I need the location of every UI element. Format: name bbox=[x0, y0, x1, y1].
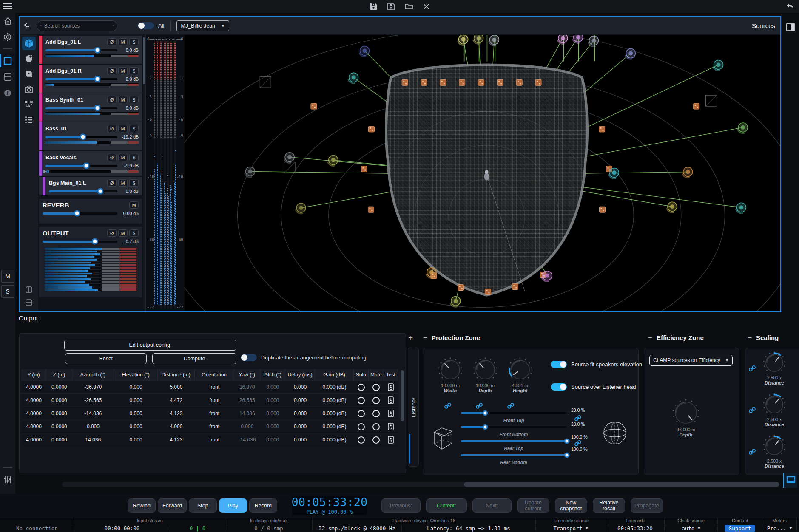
speaker-marker[interactable] bbox=[535, 79, 541, 85]
test-speaker-icon[interactable] bbox=[388, 383, 394, 391]
status-value[interactable]: Transport▼ bbox=[536, 525, 606, 532]
solo-button[interactable]: S bbox=[129, 67, 139, 74]
scaling-link[interactable] bbox=[749, 448, 756, 455]
audio-source[interactable] bbox=[625, 49, 635, 59]
scaling-link[interactable] bbox=[749, 365, 756, 372]
next--button[interactable]: Next: bbox=[472, 498, 512, 513]
link-icon[interactable] bbox=[574, 415, 581, 422]
mute-circle[interactable] bbox=[372, 397, 380, 404]
table-row[interactable]: 4.00000.0000-14.0360.0004.123front14.036… bbox=[21, 407, 398, 420]
channel-strip[interactable]: Add Bgs_01 LØMS0.0 dB bbox=[39, 36, 142, 65]
speaker-marker[interactable] bbox=[694, 103, 699, 109]
audio-source[interactable] bbox=[296, 203, 306, 214]
audio-source[interactable] bbox=[737, 123, 748, 133]
speaker-marker[interactable] bbox=[512, 284, 518, 290]
value-link[interactable] bbox=[571, 414, 581, 422]
list-view-icon[interactable] bbox=[22, 113, 36, 127]
update-current-button[interactable]: Update current bbox=[517, 498, 549, 513]
gain-slider-thumb[interactable] bbox=[74, 210, 80, 217]
play-button[interactable]: Play bbox=[219, 498, 247, 513]
phase-button[interactable]: Ø bbox=[107, 67, 117, 74]
phase-button[interactable]: Ø bbox=[107, 38, 117, 45]
channel-list-scrollbar[interactable] bbox=[143, 37, 145, 84]
output-strip[interactable]: OUTPUTØMS-0.7 dB bbox=[39, 227, 142, 298]
channel-strip[interactable]: Add Bgs_01 RØMS0.0 dB bbox=[39, 65, 142, 93]
gain-slider-thumb[interactable] bbox=[83, 163, 90, 169]
status-value[interactable]: Pre...▼ bbox=[762, 525, 797, 532]
link-icon[interactable] bbox=[574, 440, 581, 447]
listener-tab[interactable]: Listener bbox=[408, 348, 419, 467]
add-zone-button[interactable]: + bbox=[409, 334, 413, 341]
table-row[interactable]: 4.00000.00000.0000.0004.000front0.0000.0… bbox=[21, 420, 398, 433]
audio-source[interactable] bbox=[473, 35, 483, 44]
monitor-view-icon[interactable] bbox=[783, 473, 797, 488]
audio-source[interactable] bbox=[682, 167, 693, 178]
collapse-efficiency-icon[interactable]: − bbox=[648, 334, 652, 341]
slider-thumb[interactable] bbox=[482, 424, 488, 430]
audio-source[interactable] bbox=[573, 35, 583, 43]
split-vertical-icon[interactable] bbox=[22, 284, 36, 295]
speaker-marker[interactable] bbox=[485, 289, 491, 295]
table-scrollbar[interactable] bbox=[401, 370, 404, 421]
speaker-marker[interactable] bbox=[516, 79, 522, 85]
solo-button[interactable]: S bbox=[129, 229, 139, 237]
protection-toggle[interactable] bbox=[551, 383, 567, 391]
knob-dial[interactable] bbox=[763, 393, 786, 416]
previous--button[interactable]: Previous: bbox=[381, 498, 421, 513]
solo-button[interactable]: S bbox=[129, 154, 139, 161]
protection-toggle[interactable] bbox=[551, 361, 567, 368]
camera-icon[interactable] bbox=[22, 82, 36, 96]
mute-circle[interactable] bbox=[372, 410, 380, 417]
audio-source[interactable] bbox=[736, 203, 746, 213]
solo-circle[interactable] bbox=[358, 410, 365, 417]
mute-button[interactable]: M bbox=[129, 201, 139, 209]
knob-link[interactable] bbox=[444, 402, 451, 409]
solo-circle[interactable] bbox=[358, 423, 365, 430]
audio-source[interactable] bbox=[245, 167, 255, 178]
open-folder-icon[interactable] bbox=[405, 3, 413, 10]
support-chip[interactable]: Support bbox=[725, 525, 756, 532]
status-value[interactable]: auto▼ bbox=[665, 525, 718, 532]
phase-button[interactable]: Ø bbox=[107, 125, 117, 132]
home-icon[interactable] bbox=[0, 13, 15, 29]
undo-icon[interactable] bbox=[785, 3, 795, 10]
mute-button[interactable]: M bbox=[118, 67, 128, 74]
test-speaker-icon[interactable] bbox=[388, 423, 394, 430]
global-mute-button[interactable]: M bbox=[1, 270, 14, 283]
speaker-marker[interactable] bbox=[599, 126, 605, 132]
forward-button[interactable]: Forward bbox=[158, 498, 187, 513]
clear-search-icon[interactable] bbox=[113, 23, 114, 28]
gain-slider[interactable] bbox=[49, 190, 117, 192]
channel-strip[interactable]: Back VocalsØMS-9.9 dB▶ bbox=[39, 151, 142, 177]
knob-link[interactable] bbox=[476, 402, 483, 409]
cube-3d-view-icon[interactable] bbox=[22, 37, 36, 50]
all-sources-toggle[interactable] bbox=[138, 22, 154, 29]
collapse-protection-icon[interactable]: − bbox=[423, 334, 427, 341]
compute-button[interactable]: Compute bbox=[152, 353, 236, 364]
audio-source[interactable] bbox=[458, 35, 468, 45]
speaker-marker[interactable] bbox=[368, 207, 374, 212]
phase-button[interactable]: Ø bbox=[107, 229, 117, 237]
knob-link[interactable] bbox=[507, 402, 514, 409]
gain-slider-thumb[interactable] bbox=[94, 76, 100, 82]
link-icon[interactable] bbox=[507, 402, 514, 409]
viewport-3d[interactable] bbox=[185, 35, 780, 311]
link-icon[interactable] bbox=[749, 365, 756, 372]
reset-button[interactable]: Reset bbox=[65, 353, 147, 364]
speaker-marker[interactable] bbox=[361, 166, 367, 172]
mute-circle[interactable] bbox=[372, 384, 380, 391]
speaker-marker[interactable] bbox=[458, 285, 464, 291]
horizontal-scrollbar-thumb[interactable] bbox=[464, 482, 779, 487]
current--button[interactable]: Current: bbox=[426, 498, 467, 513]
split-horizontal-icon[interactable] bbox=[22, 297, 36, 308]
channel-strip[interactable]: Bass_01ØMS-19.2 dB bbox=[39, 122, 142, 151]
relative-recall-button[interactable]: Relative recall bbox=[593, 498, 625, 513]
status-value[interactable]: Support bbox=[718, 525, 762, 532]
value-link[interactable] bbox=[571, 439, 581, 447]
table-row[interactable]: 4.00000.0000-36.8700.0005.000front36.870… bbox=[21, 380, 398, 393]
solo-button[interactable]: S bbox=[129, 96, 139, 103]
speaker-marker[interactable] bbox=[600, 207, 606, 212]
table-row[interactable]: 4.00000.000014.0360.0004.123front-14.036… bbox=[21, 433, 398, 446]
slider-thumb[interactable] bbox=[564, 439, 570, 444]
phase-button[interactable]: Ø bbox=[107, 179, 117, 187]
